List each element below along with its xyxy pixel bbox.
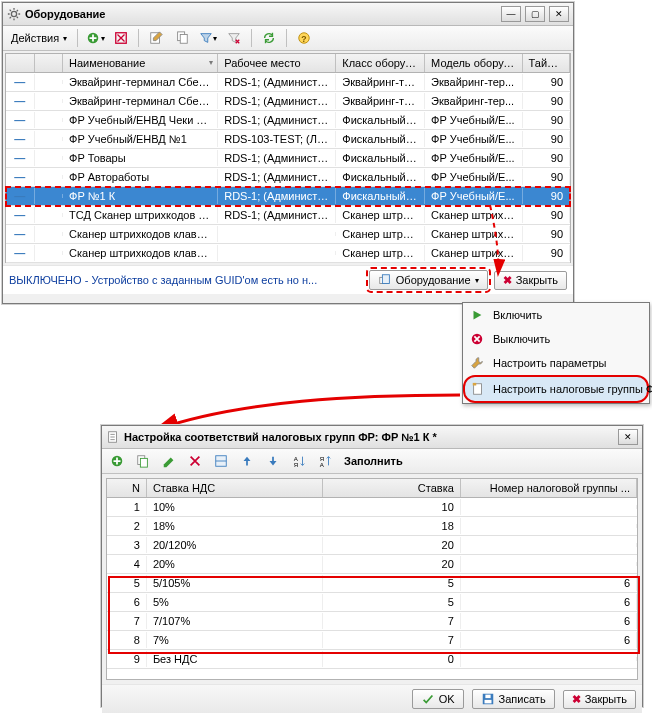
cell-rate: 20: [323, 556, 461, 572]
check-icon: [421, 692, 435, 706]
cell-place: RDS-1; (Администрат...: [218, 169, 336, 185]
copy-row-button[interactable]: [132, 450, 154, 472]
table-row[interactable]: 420%20: [107, 555, 637, 574]
cell-group: [461, 505, 637, 509]
menu-item-label: Настроить налоговые группы ФР: [493, 383, 652, 395]
cell-nds: 10%: [147, 499, 323, 515]
col-mark[interactable]: [35, 54, 64, 72]
table-row[interactable]: 320/120%20: [107, 536, 637, 555]
delete-button[interactable]: [110, 27, 132, 49]
table-row[interactable]: —Эквайринг-терминал Сберба...RDS-1; (Адм…: [6, 92, 570, 111]
move-down-button[interactable]: [262, 450, 284, 472]
move-up-button[interactable]: [236, 450, 258, 472]
tax-groups-window: Настройка соответствий налоговых групп Ф…: [101, 425, 643, 707]
row-marker-icon: —: [6, 188, 35, 204]
maximize-button[interactable]: ▢: [525, 6, 545, 22]
cell-n: 5: [107, 575, 147, 591]
copy-icon[interactable]: [171, 27, 193, 49]
equipment-menu: ВключитьВыключитьНастроить параметрыНаст…: [462, 302, 650, 404]
actions-menu[interactable]: Действия ▾: [7, 30, 71, 46]
close-x-icon: ✖: [572, 693, 581, 706]
refresh-icon[interactable]: [258, 27, 280, 49]
table-row[interactable]: 218%18: [107, 517, 637, 536]
cell-group: [461, 543, 637, 547]
col-rowicon[interactable]: [6, 54, 35, 72]
edit-icon[interactable]: [145, 27, 167, 49]
svg-rect-23: [485, 695, 490, 699]
save-button[interactable]: Записать: [472, 689, 555, 709]
col-group[interactable]: Номер налоговой группы ...: [461, 479, 637, 497]
table-row[interactable]: 9Без НДС0: [107, 650, 637, 669]
sort-desc-icon: ▾: [209, 58, 213, 67]
table-row[interactable]: 55/105%56: [107, 574, 637, 593]
add-row-button[interactable]: [106, 450, 128, 472]
table-row[interactable]: 87%76: [107, 631, 637, 650]
equipment-grid: Наименование▾ Рабочее место Класс оборуд…: [5, 53, 571, 263]
col-place[interactable]: Рабочее место: [218, 54, 336, 72]
col-model[interactable]: Модель оборуд...: [425, 54, 522, 72]
table-row[interactable]: —Сканер штрихкодов клавиату...Сканер штр…: [6, 244, 570, 263]
sort-desc-button[interactable]: ЯА: [314, 450, 336, 472]
menu-item-label: Выключить: [493, 333, 550, 345]
ok-button[interactable]: OK: [412, 689, 464, 709]
row-marker-icon: —: [6, 245, 35, 261]
col-n[interactable]: N: [107, 479, 147, 497]
table-row[interactable]: —ФР АвтоработыRDS-1; (Администрат...Фиск…: [6, 168, 570, 187]
row-flag-icon: [35, 213, 64, 217]
floppy-icon: [481, 692, 495, 706]
menu-item[interactable]: Настроить параметры: [463, 351, 649, 375]
cell-n: 4: [107, 556, 147, 572]
close-footer-button[interactable]: ✖ Закрыть: [494, 271, 567, 290]
col-timeout[interactable]: Тайм...: [523, 54, 570, 72]
cell-class: Фискальный р...: [336, 150, 425, 166]
finish-button[interactable]: [210, 450, 232, 472]
cell-group: [461, 657, 637, 661]
cell-name: Сканер штрихкодов клавиату...: [63, 226, 218, 242]
minimize-button[interactable]: —: [501, 6, 521, 22]
table-row[interactable]: —ФР Учебный/ЕНВД Чеки ко...RDS-1; (Админ…: [6, 111, 570, 130]
cell-group: [461, 524, 637, 528]
help-icon[interactable]: ?: [293, 27, 315, 49]
cell-place: RDS-1; (Администрат...: [218, 188, 336, 204]
filter-clear-icon[interactable]: [223, 27, 245, 49]
table-row[interactable]: —Эквайринг-терминал Сберба...RDS-1; (Адм…: [6, 73, 570, 92]
col-name[interactable]: Наименование▾: [63, 54, 218, 72]
filter-icon[interactable]: ▾: [197, 27, 219, 49]
menu-item[interactable]: Настроить налоговые группы ФР: [463, 375, 649, 403]
gear-icon: [7, 7, 21, 21]
table-row[interactable]: 77/107%76: [107, 612, 637, 631]
cell-place: [218, 232, 336, 236]
edit-row-button[interactable]: [158, 450, 180, 472]
cell-timeout: 90: [523, 169, 570, 185]
menu-item[interactable]: Выключить: [463, 327, 649, 351]
col-rate[interactable]: Ставка: [323, 479, 461, 497]
table-row[interactable]: 110%10: [107, 498, 637, 517]
equipment-button[interactable]: Оборудование ▾: [369, 270, 488, 290]
close-footer-button[interactable]: ✖ Закрыть: [563, 690, 636, 709]
delete-row-button[interactable]: [184, 450, 206, 472]
titlebar: Настройка соответствий налоговых групп Ф…: [102, 426, 642, 449]
table-row[interactable]: —Сканер штрихкодов клавиату...Сканер штр…: [6, 225, 570, 244]
row-flag-icon: [35, 156, 64, 160]
menu-item[interactable]: Включить: [463, 303, 649, 327]
close-button[interactable]: ✕: [549, 6, 569, 22]
table-row[interactable]: —ФР Учебный/ЕНВД №1RDS-103-TEST; (Любо..…: [6, 130, 570, 149]
table-row[interactable]: —ТСД Сканер штрихкодов кла...RDS-1; (Адм…: [6, 206, 570, 225]
col-nds[interactable]: Ставка НДС: [147, 479, 323, 497]
cell-class: Эквайринг-тер...: [336, 93, 425, 109]
wrench-icon: [469, 355, 485, 371]
cell-class: Фискальный р...: [336, 188, 425, 204]
add-button[interactable]: ▾: [84, 27, 106, 49]
cell-group: 6: [461, 632, 637, 648]
cell-name: Эквайринг-терминал Сберба...: [63, 93, 218, 109]
sort-asc-button[interactable]: АЯ: [288, 450, 310, 472]
col-class[interactable]: Класс оборудо...: [336, 54, 425, 72]
cell-place: RDS-1; (Администрат...: [218, 74, 336, 90]
table-row[interactable]: 65%56: [107, 593, 637, 612]
table-row[interactable]: —ФР ТоварыRDS-1; (Администрат...Фискальн…: [6, 149, 570, 168]
cell-place: RDS-1; (Администрат...: [218, 93, 336, 109]
cell-class: Фискальный р...: [336, 131, 425, 147]
close-button[interactable]: ✕: [618, 429, 638, 445]
fill-button[interactable]: Заполнить: [340, 453, 407, 469]
table-row[interactable]: —ФР №1 КRDS-1; (Администрат...Фискальный…: [6, 187, 570, 206]
